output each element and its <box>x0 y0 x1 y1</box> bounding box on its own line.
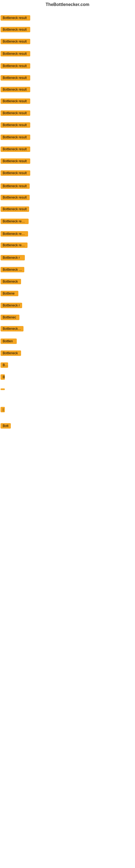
bottleneck-result-badge[interactable]: Bottleneck result <box>1 158 30 164</box>
bottleneck-result-badge[interactable]: | <box>1 407 5 412</box>
bottleneck-result-badge[interactable]: Bottleneck result <box>1 87 30 92</box>
bottleneck-result-badge[interactable]: Bottlen <box>1 339 17 344</box>
bottleneck-result-row: Bottleneck resu <box>1 267 24 273</box>
bottleneck-result-row: Bottleneck r <box>1 255 25 261</box>
bottleneck-result-row: B <box>1 374 5 381</box>
bottleneck-result-row: Bottleneck result <box>1 122 30 129</box>
bottleneck-result-row: Bottleneck result <box>1 170 30 177</box>
bottleneck-result-row: Bottleneck result <box>1 219 29 225</box>
bottleneck-result-row: Bottleneck result <box>1 158 30 165</box>
bottleneck-result-row: Bottleneck <box>1 350 21 357</box>
bottleneck-result-row: Bottleneck result <box>1 75 30 82</box>
bottleneck-result-badge[interactable]: Bottleneck result <box>1 98 30 104</box>
bottleneck-result-row: Bottleneck r <box>1 303 22 309</box>
bottleneck-result-badge[interactable]: B <box>1 374 5 380</box>
bottleneck-result-badge[interactable]: Bott <box>1 423 11 429</box>
bottleneck-result-badge[interactable]: Bottleneck result <box>1 219 29 224</box>
bottleneck-result-row: Bottleneck result <box>1 98 30 105</box>
bottleneck-result-row: Bottleneck result <box>1 63 30 70</box>
bottleneck-result-row: Bottlen <box>1 339 17 345</box>
bottleneck-result-badge[interactable]: Bottlene <box>1 291 18 296</box>
bottleneck-result-row: Bottleneck <box>1 279 21 285</box>
bottleneck-result-row: Bottlene <box>1 291 18 297</box>
bottleneck-result-row: Bottleneck result <box>1 231 28 238</box>
bottleneck-result-row: Bo <box>1 362 8 369</box>
bottleneck-result-badge[interactable]: Bottleneck result <box>1 63 30 69</box>
bottleneck-result-badge[interactable]: Bottleneck result <box>1 15 30 21</box>
bottleneck-result-row: Bottleneck result <box>1 183 30 190</box>
bottleneck-result-badge[interactable]: Bottleneck result <box>1 51 30 56</box>
bottleneck-result-badge[interactable]: Bottleneck result <box>1 147 30 152</box>
bottleneck-result-badge[interactable]: Bottleneck result <box>1 170 30 176</box>
bottleneck-result-badge[interactable]: Bottleneck <box>1 279 21 284</box>
bottleneck-result-row: Bottleneck re <box>1 326 24 333</box>
bottleneck-result-badge[interactable]: Bottleneck result <box>1 75 30 81</box>
bottleneck-result-row: Bottleneck result <box>1 87 30 93</box>
bottleneck-result-badge[interactable] <box>1 389 5 390</box>
bottleneck-result-badge[interactable]: Bottleneck r <box>1 255 25 260</box>
bottleneck-result-badge[interactable]: Bottleneck result <box>1 39 30 44</box>
bottleneck-result-badge[interactable]: Bottleneck result <box>1 207 29 212</box>
bottleneck-result-badge[interactable]: Bottleneck result <box>1 183 30 189</box>
bottleneck-result-row: Bottleneck result <box>1 111 30 117</box>
bottleneck-result-badge[interactable]: Bottleneck result <box>1 122 30 128</box>
bottleneck-result-badge[interactable]: Bottleneck result <box>1 111 30 116</box>
site-title: TheBottlenecker.com <box>0 0 135 8</box>
bottleneck-result-row: Bottleneck result <box>1 243 28 249</box>
bottleneck-result-row: Bottleneck result <box>1 207 29 213</box>
bottleneck-result-badge[interactable]: Bottleneck result <box>1 27 30 32</box>
bottleneck-result-badge[interactable]: Bo <box>1 362 8 368</box>
bottleneck-result-row: Bottleneck result <box>1 134 30 141</box>
bottleneck-result-badge[interactable]: Bottleneck result <box>1 243 28 248</box>
bottleneck-result-badge[interactable]: Bottleneck r <box>1 303 22 308</box>
bottleneck-result-badge[interactable]: Bottleneck result <box>1 195 30 200</box>
bottleneck-result-badge[interactable]: Bottleneck <box>1 350 21 356</box>
bottleneck-result-row: Bottleneck result <box>1 39 30 45</box>
bottleneck-result-row: Bottlenec <box>1 315 19 321</box>
bottleneck-result-row: Bottleneck result <box>1 195 30 201</box>
bottleneck-result-badge[interactable]: Bottleneck re <box>1 326 24 332</box>
bottleneck-result-row: Bott <box>1 423 11 430</box>
bottleneck-result-badge[interactable]: Bottleneck resu <box>1 267 24 272</box>
bottleneck-result-badge[interactable]: Bottleneck result <box>1 231 28 237</box>
bottleneck-result-row: Bottleneck result <box>1 15 30 22</box>
bottleneck-result-row: Bottleneck result <box>1 51 30 58</box>
bottleneck-result-badge[interactable]: Bottleneck result <box>1 134 30 140</box>
bottleneck-result-row: Bottleneck result <box>1 147 30 153</box>
bottleneck-result-row <box>1 386 5 391</box>
bottleneck-result-row: Bottleneck result <box>1 27 30 33</box>
bottleneck-result-row: | <box>1 407 5 413</box>
bottleneck-result-badge[interactable]: Bottlenec <box>1 315 19 320</box>
